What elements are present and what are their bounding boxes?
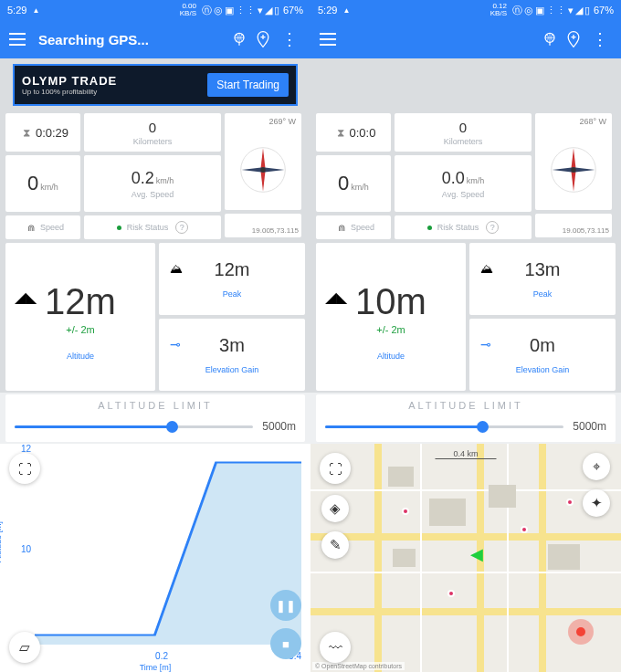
altitude-tolerance: +/- 2m	[376, 324, 405, 335]
map-view[interactable]: ◀ 0.4 km © OpenStreetMap contributors	[310, 444, 621, 672]
risk-dot-icon	[427, 226, 432, 230]
status-time: 5:29	[7, 5, 26, 16]
gain-value: 3m	[219, 335, 245, 356]
timer-value: 0:0:29	[36, 126, 68, 140]
compass-icon	[549, 145, 598, 194]
globe-pin-icon[interactable]	[541, 30, 564, 48]
screen-left: 5:29 ▲ 0.00KB/S ⓝ◎▣⋮⋮▾◢▯ 67% Searching G…	[0, 0, 310, 672]
location-cursor-icon: ◀	[470, 544, 483, 564]
avgspeed-value: 0.2	[132, 169, 154, 187]
speed-card[interactable]: 0km/h	[316, 155, 391, 212]
globe-pin-icon[interactable]	[230, 30, 254, 48]
overflow-menu[interactable]: ⋮	[588, 29, 612, 49]
compass-dir: 269° W	[268, 117, 296, 126]
distance-value: 0	[149, 120, 156, 135]
battery-text: 67%	[283, 5, 303, 16]
mountain-icon: ◢◣	[15, 289, 37, 306]
fullscreen-button[interactable]: ⛶	[9, 453, 40, 484]
chart-toggle-button[interactable]: 〰	[320, 632, 351, 663]
compass-card[interactable]: 269° W	[225, 113, 301, 210]
peak-card[interactable]: ⛰ 13m Peak	[469, 243, 616, 315]
pause-button[interactable]: ❚❚	[270, 590, 301, 621]
status-icons: ⓝ◎▣⋮⋮▾◢▯	[200, 4, 279, 17]
risk-card[interactable]: Risk Status ?	[395, 215, 532, 239]
svg-marker-5	[35, 463, 301, 646]
speed-label-card: ⋒ Speed	[316, 215, 391, 239]
status-time: 5:29	[318, 5, 337, 16]
distance-card[interactable]: 0 Kilometers	[84, 113, 221, 152]
speed-value: 0	[27, 172, 38, 194]
gain-card[interactable]: ⊸ 3m Elevation Gain	[159, 319, 305, 391]
help-icon[interactable]: ?	[486, 221, 499, 234]
status-icon: ▲	[342, 6, 350, 15]
avgspeed-value: 0.0	[442, 169, 465, 187]
app-bar: ⋮	[310, 20, 621, 58]
map-attribution: © OpenStreetMap contributors	[312, 662, 405, 670]
ad-cta-button[interactable]: Start Trading	[207, 73, 289, 97]
peak-card[interactable]: ⛰ 12m Peak	[159, 243, 305, 315]
add-pin-icon[interactable]	[564, 30, 588, 48]
speed-label-card: ⋒ Speed	[5, 215, 80, 239]
overflow-menu[interactable]: ⋮	[278, 29, 301, 49]
altitude-card[interactable]: ◢◣ 10m +/- 2m Altitude	[316, 243, 466, 391]
app-bar: Searching GPS... ⋮	[0, 20, 310, 58]
help-icon[interactable]: ?	[175, 221, 188, 234]
edit-button[interactable]: ✎	[321, 531, 349, 559]
add-pin-icon[interactable]	[254, 30, 278, 48]
altitude-value: 10m	[355, 281, 426, 322]
peak-icon: ⛰	[480, 261, 493, 276]
battery-text: 67%	[594, 5, 614, 16]
gain-card[interactable]: ⊸ 0m Elevation Gain	[469, 319, 616, 391]
speed-card[interactable]: 0km/h	[5, 155, 80, 212]
risk-dot-icon	[117, 226, 121, 230]
peak-value: 13m	[525, 259, 561, 280]
compass-card[interactable]: 268° W	[535, 113, 612, 210]
peak-icon: ⛰	[170, 261, 183, 276]
altitude-value: 12m	[45, 281, 116, 322]
altitude-tolerance: +/- 2m	[66, 324, 94, 335]
hourglass-icon: ⧗	[337, 126, 344, 139]
distance-card[interactable]: 0 Kilometers	[395, 113, 532, 152]
compass-button[interactable]: ✦	[583, 489, 610, 517]
gain-value: 0m	[530, 335, 555, 356]
needle-icon: ⊸	[480, 337, 491, 352]
menu-button[interactable]	[9, 33, 26, 46]
location-accuracy-icon	[568, 619, 594, 645]
map-toggle-button[interactable]: ▱	[9, 632, 40, 663]
altitude-limit-card: ALTITUDE LIMIT 5000m	[5, 394, 305, 442]
svg-point-4	[260, 167, 265, 172]
avgspeed-card[interactable]: 0.2km/h Avg. Speed	[84, 155, 221, 212]
altitude-limit-card: ALTITUDE LIMIT 5000m	[316, 394, 616, 442]
svg-point-10	[571, 167, 575, 172]
peak-value: 12m	[215, 259, 250, 280]
status-bar: 5:29 ▲ 0.12KB/S ⓝ◎▣⋮⋮▾◢▯ 67%	[310, 0, 621, 20]
avgspeed-card[interactable]: 0.0km/h Avg. Speed	[395, 155, 532, 212]
timer-card[interactable]: ⧗ 0:0:29	[5, 113, 80, 152]
distance-value: 0	[459, 120, 467, 135]
app-title: Searching GPS...	[38, 32, 230, 47]
altitude-card[interactable]: ◢◣ 12m +/- 2m Altitude	[5, 243, 155, 391]
altitude-limit-slider[interactable]	[15, 425, 253, 428]
stop-button[interactable]: ■	[270, 628, 301, 659]
compass-icon	[238, 145, 288, 194]
map-panel[interactable]: ◀ 0.4 km © OpenStreetMap contributors ⛶ …	[310, 444, 621, 672]
altitude-chart	[35, 453, 301, 645]
ad-placeholder	[310, 58, 621, 111]
status-icons: ⓝ◎▣⋮⋮▾◢▯	[510, 4, 590, 17]
menu-button[interactable]	[320, 33, 336, 46]
altitude-limit-slider[interactable]	[325, 425, 563, 428]
signal-icon: ⋒	[338, 223, 345, 233]
locate-button[interactable]: ⌖	[583, 453, 610, 480]
layers-button[interactable]: ◈	[321, 495, 349, 522]
timer-value: 0:0:0	[350, 126, 376, 140]
status-bar: 5:29 ▲ 0.00KB/S ⓝ◎▣⋮⋮▾◢▯ 67%	[0, 0, 310, 20]
fullscreen-button[interactable]: ⛶	[320, 453, 351, 484]
risk-card[interactable]: Risk Status ?	[84, 215, 221, 239]
coords-card[interactable]: 19.005,73.115	[535, 214, 612, 237]
needle-icon: ⊸	[170, 337, 181, 352]
coords-card[interactable]: 19.005,73.115	[225, 214, 301, 237]
timer-card[interactable]: ⧗ 0:0:0	[316, 113, 391, 152]
signal-icon: ⋒	[27, 223, 35, 233]
chart-panel: Altitude [m] 12 10 0.2 0.4 Time [m] ⛶ ▱ …	[0, 444, 310, 672]
ad-banner[interactable]: OLYMP TRADE Up to 100% profitability Sta…	[0, 58, 310, 111]
